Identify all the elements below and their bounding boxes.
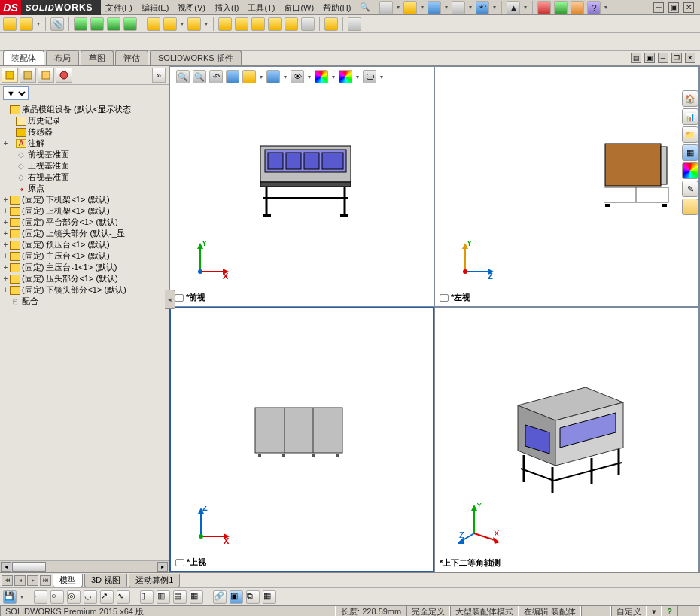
save-dropdown[interactable]: ▾ — [444, 1, 449, 14]
print-button[interactable] — [452, 1, 465, 14]
scene-dropdown[interactable]: ▾ — [355, 70, 360, 83]
bom-button[interactable] — [235, 17, 248, 31]
scroll-right-arrow-icon[interactable]: ▸ — [157, 562, 168, 572]
task-design-library-button[interactable]: 📊 — [682, 108, 698, 125]
new-doc-button[interactable] — [379, 1, 393, 14]
bottom-tab-3dview[interactable]: 3D 视图 — [84, 574, 127, 587]
tree-row[interactable]: +(固定) 下机架<1> (默认) — [2, 194, 169, 205]
exploded-view-button[interactable] — [251, 17, 265, 31]
insert-component-button[interactable] — [3, 17, 17, 31]
new-motion-study-button[interactable] — [218, 17, 232, 31]
tree-row[interactable]: +(固定) 平台部分<1> (默认) — [2, 217, 169, 228]
quick-save-dropdown[interactable]: ▾ — [20, 590, 24, 604]
new-doc-dropdown[interactable]: ▾ — [396, 1, 400, 14]
tab-solidworks-addins[interactable]: SOLIDWORKS 插件 — [150, 50, 242, 65]
mate-button[interactable] — [20, 17, 33, 31]
undo-button[interactable]: ↶ — [476, 1, 489, 14]
tab-layout[interactable]: 布局 — [46, 50, 79, 65]
status-resize-grip[interactable] — [677, 606, 700, 616]
tree-row[interactable]: ↳原点 — [2, 183, 169, 194]
viewport-front[interactable]: 🔍 🔍 ↶ ▾ ▾ 👁▾ ▾ ▾ 🖵▾ — [169, 66, 434, 307]
show-hidden-button[interactable] — [147, 17, 160, 31]
smart-fasteners-button[interactable] — [90, 17, 104, 31]
zoom-fit-button[interactable]: 🔍 — [176, 70, 190, 83]
move-component-button[interactable] — [107, 17, 120, 31]
grid-3-button[interactable]: ▤ — [173, 590, 187, 604]
screen-capture-button[interactable] — [571, 1, 584, 14]
tree-row[interactable]: +(固定) 下镜头部分<1> (默认) — [2, 284, 169, 296]
explode-line-button[interactable] — [268, 17, 282, 31]
menu-search-icon[interactable]: 🔍 — [355, 0, 375, 14]
options-button[interactable] — [554, 1, 568, 14]
tree-row[interactable]: +(固定) 主压台<1> (默认) — [2, 250, 169, 262]
zoom-area-button[interactable]: 🔍 — [193, 70, 206, 83]
grid-4-button[interactable]: ▦ — [190, 590, 203, 604]
reference-geometry-button[interactable] — [187, 17, 201, 31]
rotate-component-button[interactable] — [123, 17, 137, 31]
task-custom-properties-button[interactable]: ✎ — [682, 181, 698, 197]
menu-file[interactable]: 文件(F) — [101, 0, 137, 14]
scroll-left-arrow-icon[interactable]: ◂ — [1, 562, 11, 572]
fm-tab-property[interactable] — [20, 68, 36, 83]
feature-filter-select[interactable]: ▼ — [3, 86, 29, 100]
menu-edit[interactable]: 编辑(E) — [137, 0, 174, 14]
view-orientation-button[interactable] — [242, 70, 256, 83]
save-button[interactable] — [428, 1, 441, 14]
task-view-palette-button[interactable]: ▦ — [682, 144, 698, 161]
tree-row[interactable]: ◇右视基准面 — [2, 171, 169, 183]
point-button[interactable]: · — [34, 590, 47, 604]
arc-button[interactable]: ◡ — [84, 590, 97, 604]
ref-geo-dropdown[interactable]: ▾ — [204, 17, 208, 31]
paperclip-icon[interactable]: 📎 — [50, 17, 64, 31]
linear-pattern-button[interactable] — [74, 17, 87, 31]
grid-2-button[interactable]: ▥ — [157, 590, 170, 604]
apply-scene-button[interactable] — [339, 70, 352, 83]
settings-dropdown[interactable]: ▾ — [379, 70, 384, 83]
doc-restore-button[interactable]: ❐ — [671, 53, 682, 63]
maximize-button[interactable]: ▣ — [668, 2, 679, 13]
help-dropdown[interactable]: ▾ — [604, 1, 608, 14]
tab-nav-prev[interactable]: ◂ — [14, 575, 26, 586]
instant3d-button[interactable] — [301, 17, 315, 31]
tree-row[interactable]: 传感器 — [2, 126, 169, 138]
tree-row[interactable]: +(固定) 上机架<1> (默认) — [2, 205, 169, 217]
grid-1-button[interactable]: ▯ — [140, 590, 154, 604]
viewport-left[interactable]: YZ *左视 — [434, 66, 699, 307]
task-file-explorer-button[interactable]: 📁 — [682, 126, 698, 143]
interference-button[interactable] — [285, 17, 298, 31]
tree-row[interactable]: +(固定) 上镜头部分 (默认-_显 — [2, 228, 169, 239]
tab-sketch[interactable]: 草图 — [81, 50, 114, 65]
tree-row[interactable]: 液晶模组设备 (默认<显示状态 — [2, 104, 169, 115]
circle-button[interactable]: ○ — [50, 590, 64, 604]
tree-h-scrollbar[interactable]: ◂ ▸ — [0, 560, 169, 572]
status-custom[interactable]: 自定义 — [611, 606, 647, 616]
doc-close-button[interactable]: ✕ — [685, 53, 695, 63]
mate-dropdown[interactable]: ▾ — [36, 17, 41, 31]
hide-show-button[interactable]: 👁 — [291, 70, 304, 83]
select-button[interactable]: ▲ — [507, 1, 520, 14]
curve-button[interactable]: ∿ — [117, 590, 130, 604]
open-doc-dropdown[interactable]: ▾ — [420, 1, 425, 14]
status-help-button[interactable]: ? — [662, 606, 677, 616]
tab-nav-last[interactable]: ⏭ — [40, 575, 51, 586]
doc-new-window-button[interactable]: ▣ — [644, 53, 655, 63]
filter-button[interactable]: ⧉ — [246, 590, 260, 604]
fm-tab-tree[interactable] — [2, 68, 18, 83]
viewport-top[interactable]: ZX *上视 — [169, 307, 434, 572]
bottom-tab-model[interactable]: 模型 — [53, 574, 83, 587]
close-button[interactable]: ✕ — [683, 2, 694, 13]
link-views-button[interactable]: 🔗 — [213, 590, 227, 604]
task-appearances-button[interactable] — [682, 162, 698, 179]
bottom-tab-motion1[interactable]: 运动算例1 — [129, 574, 180, 587]
open-doc-button[interactable] — [403, 1, 417, 14]
tab-evaluate[interactable]: 评估 — [115, 50, 148, 65]
tab-nav-first[interactable]: ⏮ — [2, 575, 13, 586]
tree-row[interactable]: +(固定) 压头部分<1> (默认) — [2, 273, 169, 284]
display-dropdown[interactable]: ▾ — [283, 70, 288, 83]
undo-dropdown[interactable]: ▾ — [492, 1, 497, 14]
single-view-button[interactable]: ▣ — [230, 590, 243, 604]
fm-tab-configuration[interactable] — [38, 68, 54, 83]
help-button[interactable]: ? — [587, 1, 601, 14]
tree-row[interactable]: ◇上视基准面 — [2, 160, 169, 171]
task-home-button[interactable]: 🏠 — [682, 90, 698, 107]
